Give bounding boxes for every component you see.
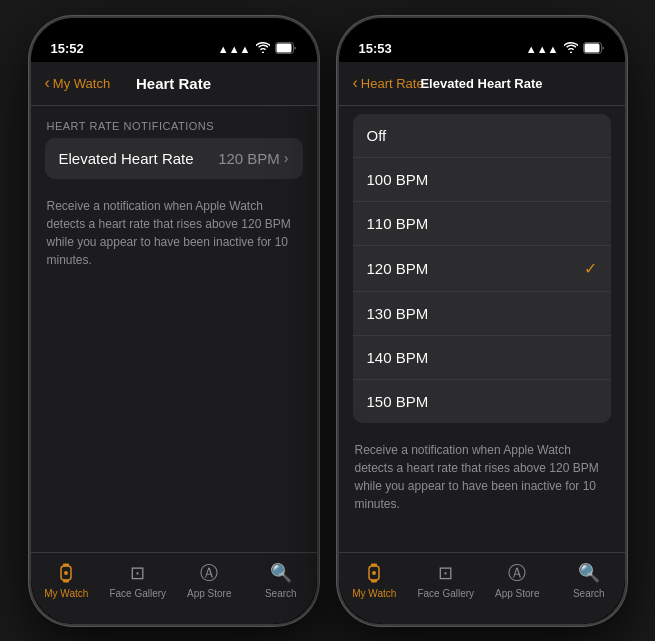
elevated-heart-rate-item[interactable]: Elevated Heart Rate 120 BPM ›: [45, 138, 303, 179]
svg-rect-4: [63, 579, 69, 582]
face-gallery-icon-2: ⊡: [434, 561, 458, 585]
phone-2: 15:53 ▲▲▲: [337, 16, 627, 626]
screen-2: 15:53 ▲▲▲: [339, 18, 625, 624]
bpm-item-label: Off: [367, 127, 387, 144]
bpm-list-item[interactable]: 120 BPM✓: [353, 246, 611, 292]
section-header-1: HEART RATE NOTIFICATIONS: [31, 106, 317, 138]
wifi-icon-2: [564, 42, 578, 55]
svg-rect-3: [63, 563, 69, 566]
app-store-icon-1: Ⓐ: [197, 561, 221, 585]
watch-icon-2: [362, 561, 386, 585]
tab-app-store-2[interactable]: Ⓐ App Store: [482, 561, 554, 599]
notch-2: [417, 18, 547, 44]
chevron-right-icon: ›: [284, 150, 289, 166]
status-time-2: 15:53: [359, 41, 392, 56]
tab-search-2[interactable]: 🔍 Search: [553, 561, 625, 599]
status-icons-1: ▲▲▲: [218, 42, 297, 56]
bpm-item-label: 130 BPM: [367, 305, 429, 322]
elevated-label: Elevated Heart Rate: [59, 150, 194, 167]
status-icons-2: ▲▲▲: [526, 42, 605, 56]
phone-1: 15:52 ▲▲▲: [29, 16, 319, 626]
bpm-item-label: 150 BPM: [367, 393, 429, 410]
back-button-2[interactable]: ‹ Heart Rate: [353, 74, 424, 92]
back-label-1: My Watch: [53, 76, 110, 91]
bpm-check-icon: ✓: [584, 259, 597, 278]
tab-bar-1: My Watch ⊡ Face Gallery Ⓐ App Store 🔍 Se…: [31, 552, 317, 624]
bpm-list-item[interactable]: 110 BPM: [353, 202, 611, 246]
bpm-list-item[interactable]: 130 BPM: [353, 292, 611, 336]
vol-down-button: [29, 220, 30, 252]
bpm-list-item[interactable]: 140 BPM: [353, 336, 611, 380]
description-text-2: Receive a notification when Apple Watch …: [339, 431, 625, 529]
app-store-icon-2: Ⓐ: [505, 561, 529, 585]
tab-face-gallery-2[interactable]: ⊡ Face Gallery: [410, 561, 482, 599]
wifi-icon-1: [256, 42, 270, 55]
tab-label-search-2: Search: [573, 588, 605, 599]
back-chevron-1: ‹: [45, 74, 50, 92]
side-button-2: [626, 178, 627, 238]
tab-search-1[interactable]: 🔍 Search: [245, 561, 317, 599]
tab-label-gallery-1: Face Gallery: [109, 588, 166, 599]
back-button-1[interactable]: ‹ My Watch: [45, 74, 111, 92]
description-text-1: Receive a notification when Apple Watch …: [31, 187, 317, 285]
svg-rect-9: [371, 563, 377, 566]
battery-icon-1: [275, 42, 297, 56]
phones-container: 15:52 ▲▲▲: [19, 6, 637, 636]
svg-rect-1: [276, 43, 291, 52]
content-2: Off100 BPM110 BPM120 BPM✓130 BPM140 BPM1…: [339, 106, 625, 552]
face-gallery-icon-1: ⊡: [126, 561, 150, 585]
bpm-item-label: 120 BPM: [367, 260, 429, 277]
tab-label-watch-2: My Watch: [352, 588, 396, 599]
signal-icon-2: ▲▲▲: [526, 43, 559, 55]
tab-label-search-1: Search: [265, 588, 297, 599]
bpm-list-item[interactable]: Off: [353, 114, 611, 158]
svg-point-5: [64, 571, 68, 575]
content-1: HEART RATE NOTIFICATIONS Elevated Heart …: [31, 106, 317, 552]
bpm-list-item[interactable]: 150 BPM: [353, 380, 611, 423]
tab-face-gallery-1[interactable]: ⊡ Face Gallery: [102, 561, 174, 599]
vol-up-button-2: [337, 178, 338, 210]
status-time-1: 15:52: [51, 41, 84, 56]
tab-label-store-1: App Store: [187, 588, 231, 599]
notch-1: [109, 18, 239, 44]
svg-rect-10: [371, 579, 377, 582]
bpm-item-label: 100 BPM: [367, 171, 429, 188]
svg-rect-7: [584, 43, 599, 52]
nav-bar-2: ‹ Heart Rate Elevated Heart Rate: [339, 62, 625, 106]
tab-label-store-2: App Store: [495, 588, 539, 599]
search-icon-1: 🔍: [269, 561, 293, 585]
tab-my-watch-1[interactable]: My Watch: [31, 561, 103, 599]
elevated-value: 120 BPM ›: [218, 150, 288, 167]
tab-label-watch-1: My Watch: [44, 588, 88, 599]
list-section-1: Elevated Heart Rate 120 BPM ›: [45, 138, 303, 179]
back-label-2: Heart Rate: [361, 76, 424, 91]
svg-point-11: [372, 571, 376, 575]
screen-1: 15:52 ▲▲▲: [31, 18, 317, 624]
vol-down-button-2: [337, 220, 338, 252]
nav-bar-1: ‹ My Watch Heart Rate: [31, 62, 317, 106]
search-icon-2: 🔍: [577, 561, 601, 585]
tab-bar-2: My Watch ⊡ Face Gallery Ⓐ App Store 🔍 Se…: [339, 552, 625, 624]
side-button: [318, 178, 319, 238]
vol-up-button: [29, 178, 30, 210]
tab-label-gallery-2: Face Gallery: [417, 588, 474, 599]
bpm-list-section: Off100 BPM110 BPM120 BPM✓130 BPM140 BPM1…: [353, 114, 611, 423]
watch-icon-1: [54, 561, 78, 585]
signal-icon-1: ▲▲▲: [218, 43, 251, 55]
tab-my-watch-2[interactable]: My Watch: [339, 561, 411, 599]
battery-icon-2: [583, 42, 605, 56]
bpm-list-item[interactable]: 100 BPM: [353, 158, 611, 202]
elevated-bpm: 120 BPM: [218, 150, 280, 167]
nav-title-2: Elevated Heart Rate: [420, 76, 542, 91]
bpm-item-label: 110 BPM: [367, 215, 429, 232]
back-chevron-2: ‹: [353, 74, 358, 92]
bpm-item-label: 140 BPM: [367, 349, 429, 366]
tab-app-store-1[interactable]: Ⓐ App Store: [174, 561, 246, 599]
nav-title-1: Heart Rate: [136, 75, 211, 92]
